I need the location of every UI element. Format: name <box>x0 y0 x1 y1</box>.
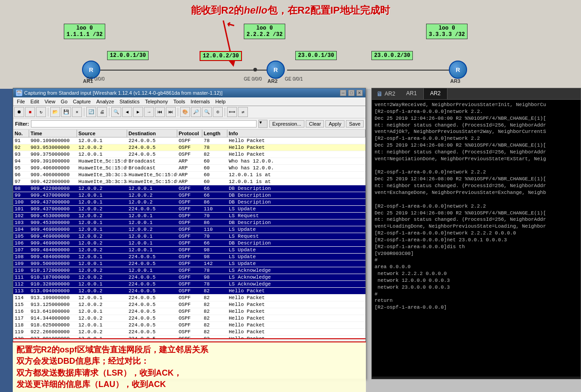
table-row[interactable]: 96 909.406000000 HuaweIte_3b:3c:3a Huawe… <box>13 172 365 178</box>
table-row[interactable]: 94 909.391000000 HuaweIte_5c:15:d9 Broad… <box>13 158 365 165</box>
tb-color-rules[interactable]: 🎨 <box>180 107 190 117</box>
filter-input[interactable] <box>31 120 257 127</box>
cell-info: Hello Packet <box>227 329 365 335</box>
filter-clear-btn[interactable]: Clear <box>306 120 324 127</box>
table-row[interactable]: 100 909.437000000 12.0.0.1 12.0.0.2 OSPF… <box>13 199 365 206</box>
table-row[interactable]: 101 909.437000000 12.0.0.2 224.0.0.5 OSP… <box>13 206 365 213</box>
table-row[interactable]: 110 910.172000000 12.0.0.2 12.0.0.1 OSPF… <box>13 267 365 274</box>
tb-print[interactable]: 🖨 <box>97 107 107 117</box>
titlebar-buttons[interactable]: ─ □ ✕ <box>340 90 363 96</box>
tb-goto[interactable]: → <box>144 107 154 117</box>
cell-time: 913.641000000 <box>29 308 77 315</box>
table-row[interactable]: 109 909.500000000 12.0.0.1 224.0.0.5 OSP… <box>13 260 365 267</box>
arrow-line <box>196 16 251 71</box>
table-row[interactable]: 113 913.094000000 12.0.0.2 224.0.0.5 OSP… <box>13 288 365 295</box>
table-row[interactable]: 91 900.109000000 12.0.0.1 224.0.0.5 OSPF… <box>13 137 365 144</box>
table-row[interactable]: 107 909.484000000 12.0.0.2 12.0.0.1 OSPF… <box>13 247 365 254</box>
table-row[interactable]: 103 909.453000000 12.0.0.1 12.0.0.1 OSPF… <box>13 219 365 226</box>
cell-info: Hello Packet <box>227 295 365 301</box>
menu-help[interactable]: Help <box>212 98 228 105</box>
menu-go[interactable]: Go <box>58 98 70 105</box>
menu-analyze[interactable]: Analyze <box>93 98 117 105</box>
cell-time: 922.266000000 <box>29 329 77 335</box>
tab-ar2[interactable]: AR2 <box>424 88 447 99</box>
table-row[interactable]: 117 914.344000000 12.0.0.2 224.0.0.5 OSP… <box>13 315 365 322</box>
table-row[interactable]: 99 909.437000000 12.0.0.1 12.0.0.2 OSPF … <box>13 192 365 199</box>
filter-expression-btn[interactable]: Expression... <box>269 120 305 127</box>
tb-restart[interactable]: ↻ <box>36 107 46 117</box>
menu-view[interactable]: View <box>42 98 58 105</box>
tb-open[interactable]: 📂 <box>50 107 60 117</box>
menu-internals[interactable]: Internals <box>188 98 212 105</box>
tb-first[interactable]: ⏮ <box>155 107 165 117</box>
iface-label-3: GE 0/0/1 <box>285 76 303 81</box>
cell-src: 12.0.0.2 <box>77 240 127 246</box>
cell-no: 113 <box>13 288 29 294</box>
filter-apply-btn[interactable]: Apply <box>325 120 344 127</box>
cell-dst: 224.0.0.5 <box>127 206 177 212</box>
table-row[interactable]: 97 909.422000000 HuaweIte_3b:3c:3a Huawe… <box>13 178 365 185</box>
table-row[interactable]: 105 909.469000000 12.0.0.2 12.0.0.1 OSPF… <box>13 233 365 240</box>
wireshark-icon: 🦈 <box>16 90 22 96</box>
table-row[interactable]: 116 913.641000000 12.0.0.1 224.0.0.5 OSP… <box>13 308 365 315</box>
table-row[interactable]: 119 922.266000000 12.0.0.2 224.0.0.5 OSP… <box>13 329 365 336</box>
tb-save[interactable]: 💾 <box>61 107 71 117</box>
table-row[interactable]: 98 909.422000000 12.0.0.2 12.0.0.1 OSPF … <box>13 185 365 192</box>
tb-find[interactable]: 🔍 <box>111 107 121 117</box>
cell-no: 105 <box>13 233 29 239</box>
tb-start[interactable]: ⏺ <box>14 107 24 117</box>
router-label-ar2: AR2 <box>267 78 278 84</box>
menu-capture[interactable]: Capture <box>70 98 93 105</box>
net-line-2 <box>287 70 460 71</box>
ar2-terminal-content[interactable]: vent=2WayReceived, NeighborPreviousState… <box>372 100 581 377</box>
network-diagram: 能收到R2的hello包，在R2配置IP地址完成时 ↘ loo 01.1.1.1… <box>0 0 581 89</box>
tb-zoom-out[interactable]: 🔍 <box>202 107 212 117</box>
table-row[interactable]: 108 909.484000000 12.0.0.1 224.0.0.5 OSP… <box>13 254 365 260</box>
cell-dst: 12.0.0.1 <box>127 267 177 274</box>
table-row[interactable]: 114 913.109000000 12.0.0.1 224.0.0.5 OSP… <box>13 295 365 301</box>
tb-stop[interactable]: ■ <box>25 107 35 117</box>
tb-sep-3 <box>109 107 109 117</box>
filter-dropdown[interactable]: ▼ <box>258 120 267 128</box>
table-row[interactable]: 115 913.125000000 12.0.0.2 224.0.0.5 OSP… <box>13 301 365 308</box>
tb-resize[interactable]: ⟺ <box>227 107 237 117</box>
titlebar-text: Capturing from Standard input [Wireshark… <box>24 90 222 96</box>
tb-last[interactable]: ⏭ <box>166 107 176 117</box>
table-row[interactable]: 102 909.453000000 12.0.0.2 12.0.0.1 OSPF… <box>13 213 365 219</box>
menu-telephony[interactable]: Telephony <box>142 98 170 105</box>
tb-close[interactable]: ✕ <box>72 107 82 117</box>
table-row[interactable]: 118 918.625000000 12.0.0.1 224.0.0.5 OSP… <box>13 322 365 329</box>
tb-decode[interactable]: ⇌ <box>238 107 248 117</box>
tb-next[interactable]: ▶ <box>133 107 143 117</box>
annotation-line-3: 双方都发送数据库请求（LSR），收到ACK， <box>16 367 362 379</box>
tb-prev[interactable]: ◀ <box>122 107 132 117</box>
close-button[interactable]: ✕ <box>356 90 363 96</box>
packet-list[interactable]: No. Time Source Destination Protocol Len… <box>13 130 365 339</box>
router-ar1: R <box>82 61 100 79</box>
cell-time: 913.094000000 <box>29 288 77 294</box>
cell-no: 96 <box>13 172 29 178</box>
table-row[interactable]: 93 909.375000000 12.0.0.1 224.0.0.5 OSPF… <box>13 151 365 158</box>
cell-time: 909.500000000 <box>29 260 77 267</box>
cell-dst: 224.0.0.5 <box>127 315 177 321</box>
table-row[interactable]: 92 903.953000000 12.0.0.2 224.0.0.5 OSPF… <box>13 144 365 151</box>
table-row[interactable]: 120 927.891000000 12.0.0.1 224.0.0.5 OSP… <box>13 336 365 339</box>
tb-zoom-in[interactable]: 🔎 <box>191 107 201 117</box>
minimize-button[interactable]: ─ <box>340 90 346 96</box>
menu-tools[interactable]: Tools <box>171 98 188 105</box>
table-row[interactable]: 95 909.406000000 HuaweIte_5c:15:d9 Broad… <box>13 165 365 172</box>
filter-save-btn[interactable]: Save <box>346 120 364 127</box>
menu-statistics[interactable]: Statistics <box>117 98 142 105</box>
tb-reload[interactable]: 🔄 <box>86 107 96 117</box>
maximize-button[interactable]: □ <box>348 90 355 96</box>
addr-box-4: 23.0.0.2/30 <box>371 51 413 60</box>
menu-file[interactable]: File <box>14 98 28 105</box>
table-row[interactable]: 112 910.328000000 12.0.0.1 224.0.0.5 OSP… <box>13 281 365 288</box>
table-row[interactable]: 104 909.469000000 12.0.0.1 12.0.0.2 OSPF… <box>13 226 365 233</box>
menu-edit[interactable]: Edit <box>28 98 42 105</box>
table-row[interactable]: 106 909.469000000 12.0.0.2 12.0.0.1 OSPF… <box>13 240 365 247</box>
tb-zoom-reset[interactable]: ⊙ <box>213 107 223 117</box>
table-row[interactable]: 111 910.187000000 12.0.0.2 224.0.0.5 OSP… <box>13 274 365 281</box>
cell-proto: OSPF <box>177 247 202 253</box>
tab-ar1[interactable]: AR1 <box>400 88 423 99</box>
